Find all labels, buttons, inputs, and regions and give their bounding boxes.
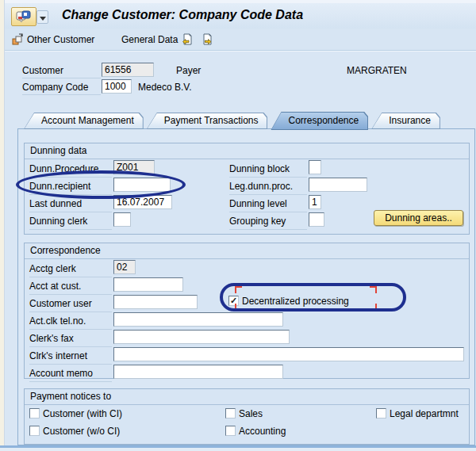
accounting-checkbox[interactable]	[225, 426, 236, 436]
sales-checkbox[interactable]	[225, 408, 236, 419]
correspondence-group: Correspondence Acctg clerk Acct at cust.…	[24, 243, 470, 379]
tab-payment-transactions[interactable]: Payment Transactions	[147, 113, 268, 129]
dunning-block-label: Dunning block	[229, 162, 307, 178]
clerks-fax-field[interactable]	[113, 330, 290, 344]
last-dunned-field[interactable]	[113, 195, 172, 209]
customer-field[interactable]	[102, 63, 154, 77]
window-edge-left	[0, 0, 5, 451]
page-arrow-right-icon	[201, 33, 213, 46]
clerks-fax-label: Clerk's fax	[29, 331, 112, 347]
customer-with-ci-label: Customer (with CI)	[43, 408, 122, 420]
customer-wo-ci-checkbox[interactable]	[29, 426, 40, 436]
customer-user-label: Customer user	[29, 296, 112, 312]
tab-label: Account Management	[24, 113, 144, 129]
payer-name: MARGRATEN	[347, 63, 407, 78]
application-toolbar: Other Customer General Data	[5, 29, 476, 51]
dunning-data-group: Dunning data Dunn.Procedure Dunning bloc…	[24, 143, 470, 235]
tab-account-management[interactable]: Account Management	[24, 113, 144, 129]
customer-with-ci-checkbox[interactable]	[29, 408, 40, 419]
leg-dunn-proc-label: Leg.dunn.proc.	[229, 179, 307, 195]
general-data-label: General Data	[121, 34, 178, 45]
acctg-clerk-label: Acctg clerk	[29, 262, 112, 277]
company-code-field[interactable]	[102, 79, 132, 94]
customer-user-field[interactable]	[113, 295, 198, 309]
other-object-icon	[11, 33, 24, 46]
acct-at-cust-field[interactable]	[113, 277, 183, 292]
tab-insurance[interactable]: Insurance	[371, 113, 440, 129]
grouping-key-field[interactable]	[309, 212, 324, 227]
clrks-internet-field[interactable]	[113, 347, 464, 361]
other-customer-label: Other Customer	[27, 34, 94, 45]
chevron-down-icon	[40, 17, 46, 21]
legal-departmnt-label: Legal departmnt	[390, 408, 459, 420]
account-memo-field[interactable]	[113, 365, 283, 379]
tab-correspondence[interactable]: Correspondence	[271, 112, 368, 130]
dunn-recipient-label: Dunn.recipient	[29, 179, 112, 195]
act-clk-tel-field[interactable]	[113, 312, 283, 327]
dunning-level-field[interactable]	[309, 195, 321, 209]
correspondence-group-title: Correspondence	[25, 243, 469, 259]
clrks-internet-label: Clrk's internet	[29, 349, 112, 365]
dunning-block-field[interactable]	[309, 160, 321, 174]
tab-label: Insurance	[371, 113, 440, 129]
accounting-label: Accounting	[239, 426, 286, 438]
dunn-procedure-field[interactable]	[113, 160, 155, 174]
dunning-clerk-field[interactable]	[113, 212, 131, 227]
decentralized-processing-checkbox[interactable]: ✓	[228, 296, 239, 306]
title-bar: Change Customer: Company Code Data	[5, 3, 476, 29]
page-arrow-left-icon	[181, 33, 194, 46]
dunning-clerk-label: Dunning clerk	[29, 214, 112, 230]
next-screen-button[interactable]	[201, 32, 213, 47]
sales-label: Sales	[239, 408, 263, 420]
decentralized-processing-label: Decentralized processing	[242, 296, 349, 308]
other-customer-button[interactable]: Other Customer	[11, 32, 94, 47]
acctg-clerk-field[interactable]	[113, 260, 136, 274]
sap-transaction-icon	[16, 10, 32, 23]
window-bottom-padding	[0, 448, 476, 451]
account-memo-label: Account memo	[29, 366, 112, 382]
checkmark-icon: ✓	[230, 296, 237, 305]
payment-notices-group: Payment notices to Customer (with CI) Sa…	[24, 388, 470, 445]
previous-screen-button[interactable]	[181, 32, 194, 47]
customer-label: Customer	[22, 63, 101, 78]
transaction-dropdown-button[interactable]	[36, 10, 48, 24]
tab-label: Payment Transactions	[147, 113, 268, 129]
legal-departmnt-checkbox[interactable]	[376, 408, 386, 419]
grouping-key-label: Grouping key	[229, 214, 307, 230]
payer-label: Payer	[176, 63, 201, 78]
dunning-areas-button[interactable]: Dunning areas..	[374, 210, 463, 226]
customer-wo-ci-label: Customer (w/o CI)	[43, 426, 120, 438]
dunning-level-label: Dunning level	[229, 197, 307, 212]
act-clk-tel-label: Act.clk tel.no.	[29, 314, 112, 330]
leg-dunn-proc-field[interactable]	[309, 178, 367, 192]
tab-label: Correspondence	[271, 112, 368, 129]
sap-window: Change Customer: Company Code Data Other…	[0, 0, 476, 451]
company-name: Medeco B.V.	[138, 80, 192, 94]
acct-at-cust-label: Acct at cust.	[29, 279, 112, 295]
transaction-icon-button[interactable]	[11, 7, 36, 26]
last-dunned-label: Last dunned	[29, 197, 112, 212]
dunn-recipient-field[interactable]	[113, 178, 171, 192]
tab-strip: Account Management Payment Transactions …	[17, 111, 443, 129]
dunn-procedure-label: Dunn.Procedure	[29, 162, 112, 178]
company-code-label: Company Code	[22, 80, 101, 95]
general-data-button[interactable]: General Data	[121, 32, 178, 47]
payment-notices-title: Payment notices to	[25, 389, 469, 405]
page-title: Change Customer: Company Code Data	[62, 8, 303, 22]
dunning-group-title: Dunning data	[25, 143, 469, 159]
